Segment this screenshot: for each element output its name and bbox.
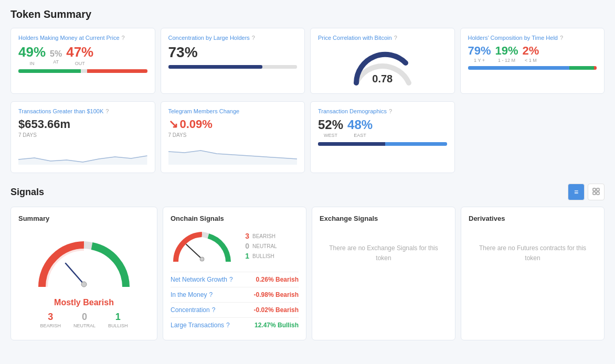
onchain-title: Onchain Signals bbox=[171, 215, 299, 222]
svg-line-8 bbox=[186, 244, 202, 259]
exchange-empty-msg: There are no Exchange Signals for this t… bbox=[320, 228, 448, 279]
telegram-value: ↘ 0.09% bbox=[168, 117, 298, 131]
comp-bar-green bbox=[569, 66, 594, 70]
grid-icon bbox=[592, 188, 600, 197]
comp-sub1: 1 Y + bbox=[474, 58, 485, 63]
concentration-help-icon[interactable]: ? bbox=[252, 35, 255, 41]
onchain-neutral-row: 0 NEUTRAL bbox=[242, 242, 277, 250]
neutral-count: 0 NEUTRAL bbox=[73, 312, 96, 328]
signal-name-1[interactable]: In the Money ? bbox=[171, 291, 213, 298]
transactions-value: $653.66m bbox=[18, 117, 147, 131]
holders-money-help-icon[interactable]: ? bbox=[122, 35, 125, 41]
pct-in-label: IN bbox=[30, 61, 35, 66]
comp-bar-red bbox=[594, 66, 597, 70]
onchain-signal-rows: Net Network Growth ? 0.26% Bearish In th… bbox=[171, 272, 299, 333]
signal-name-3[interactable]: Large Transactions ? bbox=[171, 322, 230, 329]
comp-p2: 19% bbox=[495, 44, 518, 58]
signal-val-2: -0.02% Bearish bbox=[254, 306, 299, 314]
onchain-bearish-num: 3 bbox=[242, 232, 249, 240]
exchange-title: Exchange Signals bbox=[320, 215, 448, 222]
signal-name-2[interactable]: Concentration ? bbox=[171, 306, 215, 314]
telegram-card: Telegram Members Change ↘ 0.09% 7 DAYS bbox=[161, 101, 305, 173]
telegram-label: Telegram Members Change bbox=[168, 108, 298, 114]
tx-demo-pcts: 52% WEST 48% EAST bbox=[318, 117, 447, 138]
svg-rect-2 bbox=[593, 188, 596, 191]
signal-row-3: Large Transactions ? 12.47% Bullish bbox=[171, 317, 299, 333]
bearish-count: 3 BEARISH bbox=[40, 312, 61, 328]
main-gauge-svg bbox=[31, 232, 136, 295]
onchain-bullish-num: 1 bbox=[242, 252, 249, 260]
concentration-card: Concentration by Large Holders ? 73% bbox=[161, 28, 305, 94]
telegram-days: 7 DAYS bbox=[168, 132, 298, 138]
onchain-top: 3 BEARISH 0 NEUTRAL 1 BULLISH bbox=[171, 228, 299, 264]
holders-comp-pcts: 79% 1 Y + 19% 1 - 12 M 2% < 1 M bbox=[468, 44, 597, 63]
derivatives-empty-msg: There are no Futures contracts for this … bbox=[469, 228, 597, 279]
page-title: Token Summary bbox=[10, 8, 605, 20]
svg-rect-3 bbox=[597, 188, 599, 191]
tx-demo-label: Transaction Demographics ? bbox=[318, 108, 447, 114]
signal-row-0: Net Network Growth ? 0.26% Bearish bbox=[171, 272, 299, 287]
transactions-help-icon[interactable]: ? bbox=[105, 108, 109, 114]
onchain-bearish-label: BEARISH bbox=[252, 233, 275, 239]
onchain-gauge-svg bbox=[171, 228, 234, 264]
holders-comp-label: Holders' Composition by Time Held ? bbox=[468, 35, 597, 41]
tx-demo-card: Transaction Demographics ? 52% WEST 48% … bbox=[310, 101, 455, 173]
bullish-label: BULLISH bbox=[108, 323, 128, 328]
signal-help-1[interactable]: ? bbox=[209, 291, 213, 298]
signal-name-0[interactable]: Net Network Growth ? bbox=[171, 276, 233, 283]
transactions-days: 7 DAYS bbox=[18, 132, 147, 138]
tx-demo-east: 48% bbox=[347, 117, 373, 132]
comp-bar-blue bbox=[468, 66, 570, 70]
bearish-num: 3 bbox=[48, 312, 53, 323]
pct-at-label: AT bbox=[53, 59, 59, 65]
concentration-value: 73% bbox=[168, 44, 298, 61]
signal-row-1: In the Money ? -0.98% Bearish bbox=[171, 287, 299, 302]
svg-rect-4 bbox=[593, 192, 596, 195]
pct-out: 47% bbox=[66, 44, 93, 60]
holders-comp-help-icon[interactable]: ? bbox=[560, 35, 563, 41]
signals-header: Signals ≡ bbox=[10, 184, 605, 200]
transactions-card: Transactions Greater than $100K ? $653.6… bbox=[10, 101, 155, 173]
holders-money-label: Holders Making Money at Current Price ? bbox=[18, 35, 147, 41]
onchain-card: Onchain Signals 3 BEAR bbox=[163, 207, 306, 340]
neutral-label: NEUTRAL bbox=[73, 323, 96, 328]
price-corr-label: Price Correlation with Bitcoin ? bbox=[318, 35, 447, 41]
holders-money-card: Holders Making Money at Current Price ? … bbox=[10, 28, 155, 94]
price-corr-gauge: 0.78 bbox=[318, 44, 447, 87]
summary-title: Summary bbox=[18, 215, 150, 222]
signal-val-1: -0.98% Bearish bbox=[254, 291, 299, 298]
signal-val-3: 12.47% Bullish bbox=[255, 322, 299, 329]
svg-marker-0 bbox=[18, 156, 147, 165]
bar-gray bbox=[81, 69, 87, 73]
tx-demo-help-icon[interactable]: ? bbox=[389, 108, 392, 114]
tx-demo-east-label: EAST bbox=[354, 133, 366, 138]
onchain-neutral-num: 0 bbox=[242, 242, 249, 250]
tx-demo-west: 52% bbox=[318, 117, 343, 132]
comp-bar bbox=[468, 66, 597, 70]
transactions-label: Transactions Greater than $100K ? bbox=[18, 108, 147, 114]
demo-bar-dark bbox=[318, 142, 385, 146]
onchain-bullish-label: BULLISH bbox=[252, 253, 274, 259]
holders-comp-card: Holders' Composition by Time Held ? 79% … bbox=[460, 28, 605, 94]
neutral-num: 0 bbox=[82, 312, 87, 323]
bar-green bbox=[18, 69, 81, 73]
list-view-button[interactable]: ≡ bbox=[568, 184, 585, 200]
svg-point-9 bbox=[200, 257, 204, 261]
onchain-gauge bbox=[171, 228, 234, 264]
derivatives-title: Derivatives bbox=[469, 215, 597, 222]
holders-bar bbox=[18, 69, 147, 73]
onchain-bullish-row: 1 BULLISH bbox=[242, 252, 277, 260]
signals-controls: ≡ bbox=[568, 184, 605, 200]
pct-at: 5% bbox=[50, 49, 62, 59]
signal-help-3[interactable]: ? bbox=[226, 322, 230, 329]
signal-help-0[interactable]: ? bbox=[229, 276, 233, 283]
signal-help-2[interactable]: ? bbox=[212, 306, 216, 314]
summary-gauge: Mostly Bearish 3 BEARISH 0 NEUTRAL 1 BUL… bbox=[18, 228, 150, 333]
price-corr-help-icon[interactable]: ? bbox=[394, 35, 397, 41]
grid-view-button[interactable] bbox=[588, 184, 605, 200]
concentration-bar-fill bbox=[168, 65, 262, 69]
concentration-bar bbox=[168, 65, 298, 69]
list-icon: ≡ bbox=[574, 188, 578, 196]
onchain-neutral-label: NEUTRAL bbox=[252, 243, 277, 249]
comp-sub2: 1 - 12 M bbox=[498, 58, 515, 63]
